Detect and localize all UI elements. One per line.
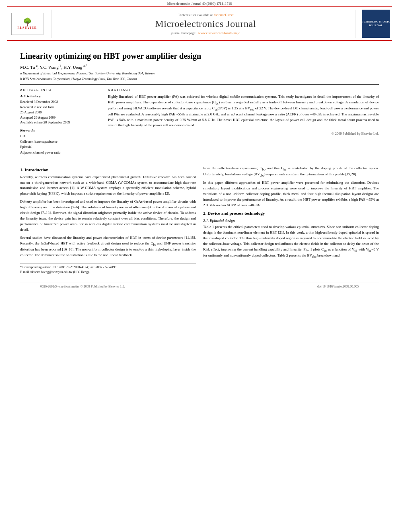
keyword-epitaxial: Epitaxial (20, 144, 101, 150)
keyword-cbc: Collector–base capacitance (20, 139, 101, 145)
citation-text: Microelectronics Journal 40 (2009) 1714–… (167, 2, 232, 6)
section2-1-heading: 2.1. Epitaxial design (203, 219, 379, 223)
left-col: 1. Introduction Recently, wireless commu… (20, 166, 196, 275)
elsevier-logo-box: 🌳 ELSEVIER (11, 13, 43, 35)
received-date: Received 3 December 2008 (20, 99, 101, 105)
available-date: Available online 20 September 2009 (20, 120, 101, 125)
right-para2: In this paper, different approaches of H… (203, 180, 379, 208)
authors: M.C. Tu a, Y.C. Wang b, H.Y. Ueng a,* (20, 64, 379, 70)
keyword-acpr: Adjacent channel power ratio (20, 150, 101, 156)
copyright: © 2009 Published by Elsevier Ltd. (108, 131, 379, 136)
divider (20, 84, 379, 85)
footnote-area: * Corresponding author. Tel.: +886 7 525… (20, 263, 196, 275)
paper-title: Linearity optimizing on HBT power amplif… (20, 51, 379, 61)
section2-heading: 2. Device and process technology (203, 211, 379, 216)
issn-text: 0026-2692/$ - see front matter © 2009 Pu… (40, 285, 125, 288)
abstract-text: Highly linearized of HBT power amplifier… (108, 94, 379, 128)
elsevier-tree-icon: 🌳 (23, 18, 32, 25)
sciencedirect-link[interactable]: ScienceDirect (214, 13, 234, 17)
page-wrapper: Microelectronics Journal 40 (2009) 1714–… (0, 0, 399, 532)
right-col: from the collector–base capacitance; Cbc… (203, 166, 379, 275)
journal-header: 🌳 ELSEVIER Contents lists available at S… (7, 6, 392, 41)
journal-logo-right: MICROELECTRONICSJOURNAL (356, 10, 392, 38)
top-citation-bar: Microelectronics Journal 40 (2009) 1714–… (0, 0, 399, 6)
abstract-label: ABSTRACT (108, 88, 379, 92)
journal-title: Microelectronics Journal (155, 18, 256, 29)
article-info-label: ARTICLE INFO (20, 88, 101, 92)
section1-heading: 1. Introduction (20, 167, 196, 172)
history-label: Article history: (20, 94, 101, 98)
sciencedirect-line: Contents lists available at ScienceDirec… (177, 13, 233, 17)
homepage-label: journal homepage: (171, 31, 197, 35)
doi-text: doi:10.1016/j.mejo.2009.08.005 (317, 285, 359, 288)
paper-content: Linearity optimizing on HBT power amplif… (0, 41, 399, 298)
section1-para2: Doherty amplifier has been investigated … (20, 199, 196, 233)
section1-para1: Recently, wireless communication systems… (20, 175, 196, 197)
revised-date: Received in revised form25 August 2009 (20, 105, 101, 115)
affiliation-a: a Department of Electrical Engineering, … (20, 71, 379, 76)
logo-box-text: MICROELECTRONICSJOURNAL (360, 20, 392, 27)
keyword-hbt: HBT (20, 134, 101, 139)
body-columns: 1. Introduction Recently, wireless commu… (20, 166, 379, 275)
sciencedirect-prefix: Contents lists available at (177, 13, 212, 17)
section2-para: Table 1 presents the critical parameters… (203, 224, 379, 259)
keywords-label: Keywords: (20, 128, 101, 132)
journal-homepage: journal homepage: www.elsevier.com/locat… (171, 31, 240, 35)
article-info-abstract: ARTICLE INFO Article history: Received 3… (20, 88, 379, 155)
bottom-bar: 0026-2692/$ - see front matter © 2009 Pu… (20, 283, 379, 290)
right-para1: from the collector–base capacitance; Cbc… (203, 166, 379, 178)
footnote-star: * Corresponding author. Tel.: +886 7 525… (20, 265, 196, 270)
journal-center: Contents lists available at ScienceDirec… (56, 10, 356, 38)
footnote-email: E-mail address: hueng@ee.nsysu.edu.tw (H… (20, 270, 196, 275)
homepage-link[interactable]: www.elsevier.com/locate/mejo (198, 31, 241, 35)
affiliation-b: b WIN Semiconductors Corporation, Hwaya … (20, 77, 379, 82)
accepted-date: Accepted 26 August 2009 (20, 115, 101, 120)
journal-logo-box: MICROELECTRONICSJOURNAL (362, 10, 390, 38)
article-info-col: ARTICLE INFO Article history: Received 3… (20, 88, 101, 155)
abstract-col: ABSTRACT Highly linearized of HBT power … (108, 88, 379, 155)
elsevier-brand-text: ELSEVIER (17, 26, 37, 30)
divider-2 (20, 159, 379, 159)
elsevier-logo: 🌳 ELSEVIER (7, 10, 51, 38)
section1-para3: Several studies have discussed the linea… (20, 235, 196, 258)
